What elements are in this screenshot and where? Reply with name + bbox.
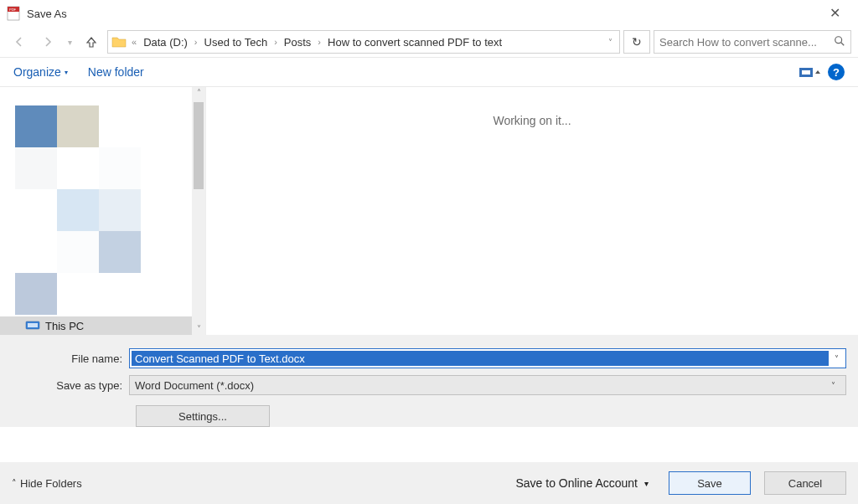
save-as-type-value: Word Document (*.docx) [135,379,825,392]
this-pc-label: This PC [45,320,84,332]
file-list-pane: Working on it... [206,87,858,335]
this-pc-icon [25,321,40,331]
chevron-right-icon[interactable]: › [316,37,323,47]
address-dropdown-icon[interactable]: ˅ [605,38,616,47]
tree-scrollbar[interactable]: ˄ ˅ [192,87,205,335]
cancel-button[interactable]: Cancel [764,471,846,495]
navigation-tree[interactable]: This PC ˄ ˅ [0,87,206,335]
scroll-up-icon[interactable]: ˄ [197,87,201,99]
app-pdf-icon: PDF [7,6,22,21]
crumb-used-to-tech[interactable]: Used to Tech [203,36,270,49]
search-icon[interactable] [834,35,845,49]
up-button[interactable] [79,30,104,54]
scroll-down-icon[interactable]: ˅ [197,323,201,335]
view-mode-button[interactable] [799,66,816,78]
chevron-up-icon: ˄ [12,478,17,489]
help-button[interactable]: ? [828,64,845,80]
footer: ˄ Hide Folders Save to Online Account ▾ … [0,462,858,504]
crumb-overflow-icon[interactable]: « [130,37,138,47]
tree-blurred-area [0,87,205,316]
new-folder-button[interactable]: New folder [88,65,144,79]
hide-folders-label: Hide Folders [20,477,82,490]
organize-button[interactable]: Organize ▾ [13,65,68,79]
file-name-dropdown-icon[interactable]: ˅ [829,350,844,367]
forward-button[interactable] [35,30,60,54]
dropdown-caret-icon: ▾ [644,479,649,488]
type-dropdown-icon[interactable]: ˅ [825,377,840,393]
window-title: Save As [27,8,67,20]
settings-button[interactable]: Settings... [136,405,270,427]
svg-point-3 [835,36,842,43]
nav-bar: ▾ « Data (D:) › Used to Tech › Posts › H… [0,27,858,57]
body-split: This PC ˄ ˅ Working on it... [0,87,858,335]
save-label: Save [697,477,722,490]
svg-line-4 [841,42,845,45]
save-online-label: Save to Online Account [515,476,638,490]
save-button[interactable]: Save [669,471,751,495]
crumb-data-d[interactable]: Data (D:) [142,36,189,49]
title-bar: PDF Save As ✕ [0,0,858,27]
save-as-type-select[interactable]: Word Document (*.docx) ˅ [129,375,846,395]
scrollbar-thumb[interactable] [194,102,204,189]
close-button[interactable]: ✕ [818,0,851,27]
cancel-label: Cancel [788,477,822,490]
loading-status: Working on it... [493,114,571,335]
file-name-input[interactable] [132,351,829,366]
file-name-label: File name: [12,352,129,365]
search-input[interactable] [659,36,830,49]
address-bar[interactable]: « Data (D:) › Used to Tech › Posts › How… [107,30,620,54]
save-online-button[interactable]: Save to Online Account ▾ [515,476,649,490]
svg-rect-6 [802,70,810,75]
tree-item-this-pc[interactable]: This PC [0,316,205,335]
file-name-combo[interactable]: ˅ [129,348,846,368]
hide-folders-button[interactable]: ˄ Hide Folders [12,477,82,490]
folder-icon [111,35,127,49]
search-box[interactable] [654,30,851,54]
save-form: File name: ˅ Save as type: Word Document… [0,335,858,427]
chevron-right-icon[interactable]: › [193,37,199,47]
new-folder-label: New folder [88,65,144,79]
svg-text:PDF: PDF [9,8,17,12]
crumb-current[interactable]: How to convert scanned PDF to text [326,36,504,49]
crumb-posts[interactable]: Posts [282,36,313,49]
save-as-type-label: Save as type: [12,379,129,392]
chevron-right-icon[interactable]: › [272,37,279,47]
back-button[interactable] [7,30,32,54]
dropdown-caret-icon: ▾ [65,69,68,76]
svg-rect-8 [28,323,38,327]
recent-dropdown-icon[interactable]: ▾ [64,30,75,54]
refresh-button[interactable]: ↻ [623,30,650,54]
settings-label: Settings... [178,410,227,423]
toolbar: Organize ▾ New folder ? [0,57,858,87]
organize-label: Organize [13,65,61,79]
